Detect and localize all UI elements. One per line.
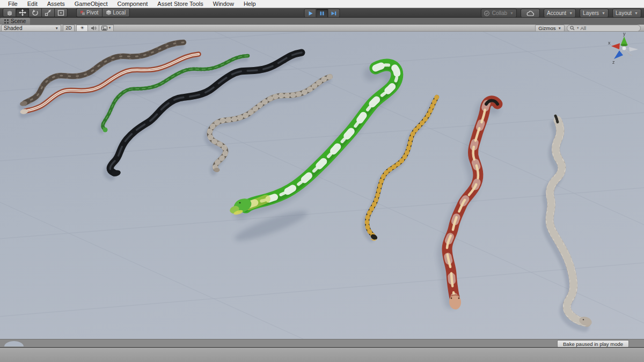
2d-toggle-button[interactable]: 2D bbox=[63, 25, 75, 32]
pause-button[interactable] bbox=[317, 9, 328, 18]
account-dropdown[interactable]: Account ▼ bbox=[544, 9, 576, 18]
scene-effects-dropdown[interactable]: ▼ bbox=[99, 25, 114, 32]
toolbar-right-group: Collab ▼ Account ▼ Layers ▼ Layout ▼ bbox=[481, 9, 641, 18]
collab-icon bbox=[484, 11, 489, 16]
step-button[interactable] bbox=[328, 9, 340, 18]
play-icon bbox=[308, 11, 313, 16]
collab-label: Collab bbox=[492, 10, 507, 16]
gizmo-y-label: y bbox=[623, 32, 626, 36]
menu-assets[interactable]: Assets bbox=[42, 0, 70, 8]
gizmo-neg-axis[interactable] bbox=[629, 47, 638, 52]
hand-tool-button[interactable] bbox=[3, 8, 16, 17]
scene-bottom-bar: Bake paused in play mode bbox=[0, 339, 644, 348]
hand-icon bbox=[6, 10, 13, 16]
cloud-services-button[interactable] bbox=[521, 9, 540, 18]
play-controls bbox=[304, 9, 340, 18]
pivot-toggle-button[interactable]: Pivot bbox=[76, 8, 102, 17]
pivot-local-group: Pivot Local bbox=[76, 8, 130, 17]
gizmo-x-axis[interactable] bbox=[611, 43, 620, 50]
gizmo-neg-axis[interactable] bbox=[626, 51, 633, 57]
main-toolbar: Pivot Local bbox=[0, 8, 644, 18]
local-toggle-button[interactable]: Local bbox=[102, 8, 130, 17]
chevron-down-icon: ▼ bbox=[602, 11, 605, 15]
chevron-down-icon: ▼ bbox=[569, 11, 573, 15]
bake-status-button[interactable]: Bake paused in play mode bbox=[557, 340, 629, 348]
cloud-icon bbox=[526, 11, 535, 16]
menu-gameobject[interactable]: GameObject bbox=[70, 0, 113, 8]
orientation-gizmo[interactable]: y x z bbox=[608, 32, 638, 65]
bake-status-label: Bake paused in play mode bbox=[563, 341, 623, 347]
gizmo-y-axis[interactable] bbox=[621, 36, 628, 45]
layers-label: Layers bbox=[583, 10, 599, 16]
scale-icon bbox=[45, 10, 52, 16]
play-button[interactable] bbox=[304, 9, 317, 18]
scene-search-field[interactable]: ▼ All bbox=[567, 25, 641, 32]
snake-eye bbox=[239, 202, 240, 203]
menu-file[interactable]: File bbox=[3, 0, 23, 8]
transform-tools bbox=[3, 8, 68, 17]
image-fx-icon bbox=[101, 26, 107, 31]
gizmo-center[interactable] bbox=[623, 47, 626, 50]
2d-label: 2D bbox=[65, 25, 72, 31]
gizmos-label: Gizmos bbox=[538, 25, 555, 31]
search-filter-value: All bbox=[580, 25, 586, 31]
move-tool-button[interactable] bbox=[16, 8, 29, 17]
gizmo-z-axis[interactable] bbox=[614, 50, 623, 59]
rect-tool-button[interactable] bbox=[55, 8, 68, 17]
rect-icon bbox=[57, 10, 64, 16]
layout-dropdown[interactable]: Layout ▼ bbox=[612, 9, 641, 18]
viewport-overflow-nub bbox=[4, 341, 24, 346]
rotate-tool-button[interactable] bbox=[29, 8, 42, 17]
snake-head bbox=[214, 168, 220, 172]
chevron-down-icon: ▼ bbox=[55, 26, 58, 30]
scene-viewport[interactable]: y x z bbox=[0, 32, 644, 339]
gizmo-z-label: z bbox=[612, 60, 615, 65]
status-bar bbox=[0, 348, 644, 362]
snake-eye bbox=[583, 319, 584, 321]
local-icon bbox=[106, 10, 111, 15]
scene-tab-icon bbox=[4, 19, 9, 24]
chevron-down-icon: ▼ bbox=[510, 11, 514, 15]
menu-component[interactable]: Component bbox=[112, 0, 152, 8]
snake-pale-rattlesnake[interactable] bbox=[550, 116, 593, 327]
rotate-icon bbox=[32, 10, 39, 16]
local-label: Local bbox=[113, 10, 126, 16]
search-icon bbox=[570, 26, 575, 31]
sun-icon: ☀ bbox=[80, 25, 84, 31]
gizmo-x-label: x bbox=[608, 40, 611, 46]
scene-tab-label: Scene bbox=[11, 18, 26, 24]
chevron-down-icon: ▼ bbox=[108, 26, 112, 29]
step-icon bbox=[331, 11, 337, 16]
menu-edit[interactable]: Edit bbox=[23, 0, 42, 8]
menu-window[interactable]: Window bbox=[208, 0, 239, 8]
menu-asset-store-tools[interactable]: Asset Store Tools bbox=[152, 0, 208, 8]
chevron-down-icon: ▼ bbox=[576, 26, 579, 29]
chevron-down-icon: ▼ bbox=[634, 11, 638, 15]
layout-label: Layout bbox=[616, 10, 632, 16]
scene-lighting-button[interactable]: ☀ bbox=[76, 25, 88, 32]
account-label: Account bbox=[547, 10, 566, 16]
snake-head bbox=[103, 128, 108, 132]
scene-audio-button[interactable] bbox=[87, 25, 99, 32]
menu-bar: File Edit Assets GameObject Component As… bbox=[0, 0, 644, 8]
collab-dropdown[interactable]: Collab ▼ bbox=[481, 9, 517, 18]
layers-dropdown[interactable]: Layers ▼ bbox=[580, 9, 609, 18]
shading-mode-dropdown[interactable]: Shaded ▼ bbox=[1, 25, 61, 32]
move-icon bbox=[19, 9, 26, 16]
speaker-icon bbox=[91, 26, 97, 31]
scene-view-toolbar: Shaded ▼ 2D ☀ ▼ Gizmos ▼ ▼ All bbox=[0, 25, 644, 32]
snake-eye bbox=[458, 298, 460, 299]
shading-mode-label: Shaded bbox=[4, 25, 22, 31]
chevron-down-icon: ▼ bbox=[558, 26, 561, 30]
menu-help[interactable]: Help bbox=[239, 0, 261, 8]
pause-icon bbox=[320, 11, 325, 16]
gizmos-dropdown[interactable]: Gizmos ▼ bbox=[535, 25, 565, 32]
pivot-icon bbox=[80, 11, 85, 15]
pivot-label: Pivot bbox=[86, 10, 98, 16]
snake-mangrove[interactable] bbox=[367, 97, 437, 241]
scale-tool-button[interactable] bbox=[42, 8, 55, 17]
snake-eye bbox=[451, 298, 452, 299]
tab-scene[interactable]: Scene bbox=[0, 18, 30, 25]
